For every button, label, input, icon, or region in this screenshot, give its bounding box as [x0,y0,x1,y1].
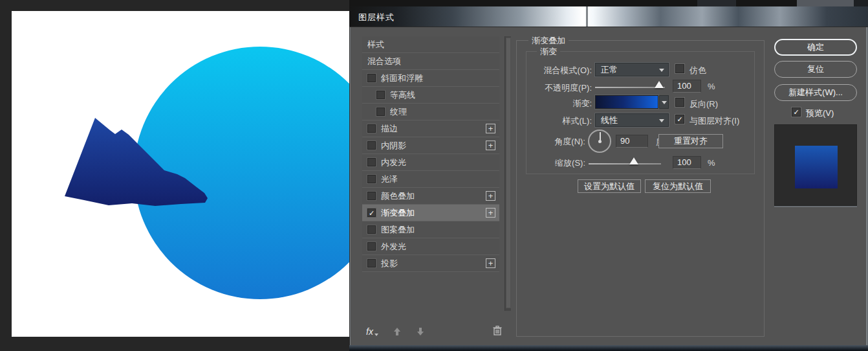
style-item-label: 样式 [367,36,499,53]
reset-alignment-button[interactable]: 重置对齐 [658,134,723,148]
style-list-item[interactable]: 混合选项 [362,53,499,70]
style-label: 样式(L): [514,115,592,127]
layer-style-dialog: 图层样式 样式混合选项斜面和浮雕等高线纹理描边+内阴影+内发光光泽颜色叠加+✓渐… [349,6,868,351]
style-item-label: 内发光 [381,154,499,171]
move-effect-down-icon[interactable] [416,327,425,336]
effect-enable-checkbox[interactable] [367,259,376,267]
angle-input[interactable]: 90 [616,135,648,148]
style-list-item[interactable]: 斜面和浮雕 [362,70,499,87]
scale-slider[interactable] [589,163,661,164]
ok-button[interactable]: 确定 [774,39,857,56]
opacity-input[interactable]: 100 [673,80,701,93]
style-list-item[interactable]: 投影+ [362,255,499,272]
opacity-slider-thumb[interactable] [655,81,664,88]
blend-mode-dropdown[interactable]: 正常 [595,63,669,76]
style-item-label: 内阴影 [381,137,486,154]
reverse-label: 反向(R) [689,98,718,110]
style-list-item[interactable]: 等高线 [362,87,499,104]
style-list-item[interactable]: ✓渐变叠加+ [362,205,499,221]
effect-enable-checkbox[interactable] [376,108,385,116]
screenshot-root: 图层样式 样式混合选项斜面和浮雕等高线纹理描边+内阴影+内发光光泽颜色叠加+✓渐… [0,0,868,351]
reset-button[interactable]: 复位 [774,61,857,78]
effect-enable-checkbox[interactable] [367,242,376,251]
new-style-button[interactable]: 新建样式(W)... [774,84,857,101]
effect-enable-checkbox[interactable]: ✓ [367,209,376,217]
effect-enable-checkbox[interactable] [367,124,376,133]
blend-mode-label: 混合模式(O): [514,65,592,76]
angle-dial[interactable] [588,130,611,153]
scale-label: 缩放(S): [508,157,585,169]
scale-slider-thumb[interactable] [629,157,638,164]
style-list-item[interactable]: 内阴影+ [362,137,499,154]
effect-enable-checkbox[interactable] [367,158,376,166]
style-item-label: 图案叠加 [381,221,499,238]
set-default-button[interactable]: 设置为默认值 [578,179,641,193]
style-item-label: 描边 [381,120,486,137]
add-effect-icon[interactable]: + [486,208,495,218]
move-effect-up-icon[interactable] [393,327,402,336]
effect-enable-checkbox[interactable] [367,192,376,200]
blend-mode-value: 正常 [601,65,618,74]
align-with-layer-label: 与图层对齐(I) [689,115,739,127]
effect-enable-checkbox[interactable] [376,91,385,99]
add-effect-icon[interactable]: + [486,258,495,268]
effect-enable-checkbox[interactable] [367,175,376,183]
styles-list-scrollbar[interactable] [505,36,511,311]
add-effect-icon[interactable]: + [486,124,495,133]
fx-caret-icon [374,334,378,336]
gradient-swatch[interactable] [595,95,658,109]
delete-effect-icon[interactable] [493,326,502,338]
style-list-item[interactable]: 描边+ [362,120,499,137]
style-item-label: 混合选项 [367,53,499,70]
style-item-label: 颜色叠加 [381,188,486,205]
photoshop-workspace [0,0,349,351]
style-item-label: 渐变叠加 [381,205,486,221]
style-item-label: 投影 [381,255,486,272]
reverse-checkbox[interactable] [675,98,684,107]
styles-list-footer: fx [362,324,511,339]
group-title: 渐变叠加 [528,35,569,47]
fx-menu-button[interactable]: fx [366,326,373,337]
preview-gradient-square [795,146,838,188]
dither-checkbox[interactable] [675,64,684,73]
scrollbar-thumb[interactable] [506,38,511,308]
add-effect-icon[interactable]: + [486,141,495,150]
effect-enable-checkbox[interactable] [367,225,376,234]
opacity-label: 不透明度(P): [514,82,592,94]
style-item-label: 光泽 [381,171,499,188]
style-item-label: 纹理 [390,104,499,120]
canvas-artwork [12,11,349,337]
scale-unit: % [708,158,715,168]
style-item-label: 斜面和浮雕 [381,70,499,87]
style-list-item[interactable]: 纹理 [362,104,499,120]
scale-input[interactable]: 100 [673,156,701,169]
style-list-item[interactable]: 图案叠加 [362,221,499,238]
effect-enable-checkbox[interactable] [367,141,376,150]
preview-label: 预览(V) [806,108,834,119]
style-list-item[interactable]: 光泽 [362,171,499,188]
style-list-item[interactable]: 颜色叠加+ [362,188,499,205]
style-list-item[interactable]: 外发光 [362,238,499,255]
gradient-picker-dropdown[interactable] [659,95,669,109]
effect-enable-checkbox[interactable] [367,74,376,82]
document-canvas [12,11,349,337]
style-item-label: 外发光 [381,238,499,255]
section-title: 渐变 [537,46,560,58]
style-item-label: 等高线 [390,87,499,104]
dialog-titlebar[interactable]: 图层样式 [349,6,868,27]
dither-label: 仿色 [689,65,706,76]
style-list-item[interactable]: 内发光 [362,154,499,171]
chevron-down-icon [659,119,664,122]
dialog-title: 图层样式 [358,12,395,23]
add-effect-icon[interactable]: + [486,191,495,201]
reset-default-button[interactable]: 复位为默认值 [645,179,711,193]
preview-checkbox[interactable]: ✓ [792,108,801,117]
align-with-layer-checkbox[interactable]: ✓ [675,115,684,124]
styles-list: 样式混合选项斜面和浮雕等高线纹理描边+内阴影+内发光光泽颜色叠加+✓渐变叠加+图… [362,36,499,272]
chevron-down-icon [659,69,664,72]
gradient-label: 渐变: [514,98,592,109]
style-list-item[interactable]: 样式 [362,36,499,53]
style-dropdown[interactable]: 线性 [595,113,669,127]
style-value: 线性 [601,115,618,125]
opacity-unit: % [708,82,715,91]
